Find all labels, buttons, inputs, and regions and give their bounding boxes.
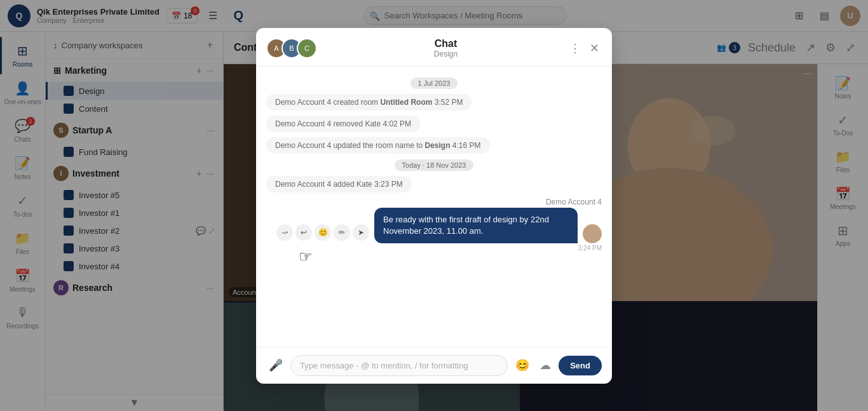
chat-msg-bubble-wrap: ⤻ ↩ 😊 ✏ ➤ Be ready with the first draft … — [266, 208, 602, 243]
chat-close-button[interactable]: ✕ — [587, 39, 602, 58]
emoji-button[interactable]: 😊 — [315, 224, 331, 241]
chat-msg-user-avatar — [583, 224, 602, 243]
chat-input-area: 🎤 😊 ☁ Send — [256, 347, 612, 384]
date-badge-jul: 1 Jul 2023 — [410, 77, 458, 89]
modal-overlay[interactable]: A B C Chat Design ⋮ ✕ 1 Jul 2023 Demo Ac… — [0, 0, 868, 411]
chat-title: Chat — [325, 38, 567, 50]
chat-header-info: Chat Design — [325, 38, 567, 58]
send-button[interactable]: Send — [559, 356, 602, 375]
system-msg-removed: Demo Account 4 removed Kate 4:02 PM — [266, 116, 602, 132]
chat-more-button[interactable]: ⋮ — [567, 39, 583, 58]
system-msg-added: Demo Account 4 added Kate 3:23 PM — [266, 176, 602, 192]
chat-header-actions: ⋮ ✕ — [567, 39, 602, 58]
chat-message-input[interactable] — [290, 355, 508, 376]
chat-avatar-3: C — [297, 38, 317, 58]
mic-input-button[interactable]: 🎤 — [266, 356, 285, 375]
chat-modal: A B C Chat Design ⋮ ✕ 1 Jul 2023 Demo Ac… — [256, 28, 612, 384]
system-msg-renamed-text: Demo Account 4 updated the room name to … — [266, 137, 490, 154]
chat-modal-header: A B C Chat Design ⋮ ✕ — [256, 28, 612, 67]
upload-input-button[interactable]: ☁ — [537, 356, 553, 375]
chat-msg-actions: ⤻ ↩ 😊 ✏ ➤ — [276, 224, 369, 241]
date-divider-jul: 1 Jul 2023 — [266, 77, 602, 89]
system-msg-created-text: Demo Account 4 created room Untitled Roo… — [266, 94, 471, 111]
forward-button[interactable]: ⤻ — [276, 224, 293, 241]
system-msg-renamed: Demo Account 4 updated the room name to … — [266, 137, 602, 154]
system-msg-added-text: Demo Account 4 added Kate 3:23 PM — [266, 176, 412, 192]
chat-messages: 1 Jul 2023 Demo Account 4 created room U… — [256, 67, 612, 347]
chat-avatar-group: A B C — [266, 38, 317, 58]
date-badge-today: Today · 18 Nov 2023 — [395, 159, 474, 171]
send-again-button[interactable]: ➤ — [353, 224, 369, 241]
chat-msg-bubble-1: Be ready with the first draft of design … — [374, 208, 578, 243]
system-msg-removed-text: Demo Account 4 removed Kate 4:02 PM — [266, 116, 420, 132]
system-msg-created: Demo Account 4 created room Untitled Roo… — [266, 94, 602, 111]
chat-msg-sender: Demo Account 4 — [266, 198, 602, 206]
chat-message-1: Demo Account 4 ⤻ ↩ 😊 ✏ ➤ Be ready with t… — [266, 198, 602, 252]
chat-subtitle: Design — [325, 50, 567, 58]
emoji-input-button[interactable]: 😊 — [513, 356, 532, 375]
reply-button[interactable]: ↩ — [295, 224, 312, 241]
chat-msg-time: 3:24 PM — [266, 245, 602, 252]
edit-button[interactable]: ✏ — [334, 224, 350, 241]
date-divider-today: Today · 18 Nov 2023 — [266, 159, 602, 171]
